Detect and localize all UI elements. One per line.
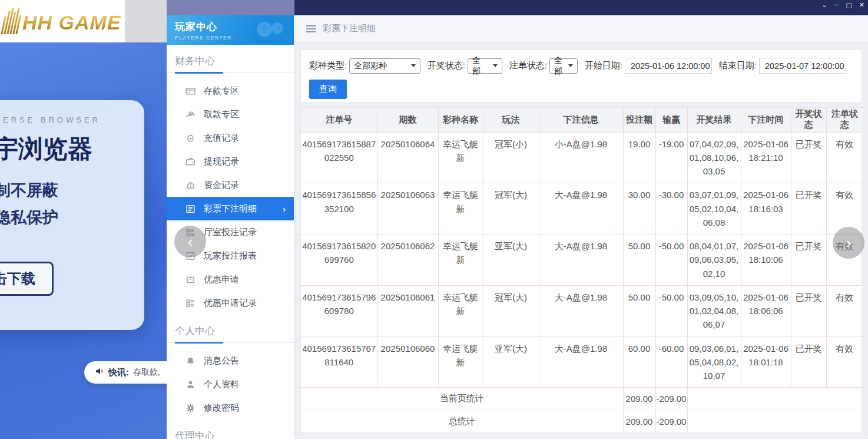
order-status-value: 全部 [554, 55, 564, 77]
cell-lottery-name: 幸运飞艇新 [438, 285, 483, 336]
cell-draw-status: 已开奖 [791, 235, 826, 286]
user-icon [185, 379, 196, 390]
summary-empty [687, 410, 863, 433]
breadcrumb: 彩票下注明细 [294, 15, 868, 42]
cell-order-status: 有效 [826, 132, 863, 183]
cell-bet-info: 大-A盘@1.98 [539, 336, 623, 388]
sidebar-item-message-announcements[interactable]: 消息公告 [167, 349, 294, 372]
promo-line-2: 隐私保护 [0, 207, 144, 228]
sidebar-item-withdraw-records[interactable]: 提现记录 [167, 150, 294, 173]
caret-down-icon [568, 64, 573, 67]
col-order-status: 注单状态 [826, 108, 863, 132]
news-ticker: 快讯: 存取款, [84, 361, 167, 384]
col-bet-info: 下注信息 [539, 108, 623, 132]
cell-order-status: 有效 [826, 285, 863, 336]
section-divider [167, 342, 294, 343]
bell-icon [185, 356, 196, 366]
coupon-icon [185, 275, 196, 285]
promo-card: ERSE BROWSER 宇浏览器 制不屏蔽 隐私保护 击下载 [0, 100, 144, 330]
cell-draw-result: 03,09,05,10,01,02,04,08,06,07 [687, 285, 741, 336]
summary-label: 总统计 [301, 410, 623, 433]
logo-bars-icon [1, 8, 22, 34]
cell-winloss: -19.00 [655, 132, 687, 183]
col-bet-amount: 投注额 [623, 108, 655, 132]
sidebar-item-deposit-zone[interactable]: 存款专区 [167, 79, 294, 103]
summary-empty [687, 388, 863, 410]
promo-title: 宇浏览器 [0, 133, 144, 166]
summary-bet-total: 209.00 [623, 410, 655, 433]
cell-period: 20250106063 [377, 183, 438, 235]
cell-draw-status: 已开奖 [791, 132, 826, 183]
cell-bet-info: 小-A盘@1.98 [539, 132, 623, 183]
bets-table-card: 注单号 期数 彩种名称 玩法 下注信息 投注额 输赢 开奖结果 下注时间 开奖状… [300, 107, 862, 433]
start-date-input[interactable]: 2025-01-06 12:00:00 [625, 58, 712, 74]
end-date-label: 结束日期: [719, 60, 757, 71]
order-status-select[interactable]: 全部 [549, 58, 578, 74]
col-lottery-name: 彩种名称 [438, 108, 483, 132]
menu-icon[interactable] [306, 25, 316, 32]
promo-banner: ERSE BROWSER 宇浏览器 制不屏蔽 隐私保护 击下载 快讯: 存取款, [0, 42, 167, 439]
cell-order-id: 401569173615856352100 [301, 183, 377, 235]
summary-label: 当前页统计 [301, 388, 623, 410]
cell-bet-amount: 50.00 [623, 235, 655, 286]
gear-icon [185, 403, 196, 413]
sidebar-item-label: 修改密码 [204, 402, 239, 414]
section-divider [167, 72, 294, 73]
cell-bet-amount: 60.00 [623, 336, 655, 388]
cell-order-status: 有效 [826, 336, 863, 388]
col-order-id: 注单号 [301, 108, 377, 132]
section-agent-center: 代理中心 [167, 420, 294, 439]
sidebar-item-promo-apply[interactable]: 优惠申请 [167, 268, 294, 291]
table-row: 401569173615820699760 20250106062 幸运飞艇新 … [301, 235, 863, 286]
col-play-type: 玩法 [483, 108, 539, 132]
cell-draw-status: 已开奖 [791, 183, 826, 235]
sidebar-item-label: 资金记录 [204, 180, 239, 191]
cell-draw-result: 09,03,06,01,05,04,08,02,10,07 [687, 336, 741, 388]
document-list-icon [185, 204, 196, 214]
cell-order-id: 401569173615767811640 [301, 336, 377, 388]
players-center-header: 玩家中心 PLAYERS CENTER [167, 15, 294, 45]
titlebar-left-segment [167, 0, 294, 15]
col-draw-status: 开奖状态 [791, 108, 826, 132]
maximize-icon[interactable]: ▢ [846, 1, 852, 9]
sidebar-item-lottery-bet-details[interactable]: 彩票下注明细 › [167, 197, 294, 220]
sidebar-item-promo-apply-records[interactable]: 优惠申请记录 [167, 291, 294, 315]
cell-bet-time: 2025-01-06 18:21:10 [741, 132, 791, 183]
sidebar-item-withdraw-zone[interactable]: 取款专区 [167, 103, 294, 126]
promo-line-1: 制不屏蔽 [0, 180, 144, 201]
sidebar-item-label: 取款专区 [204, 109, 239, 120]
panel-next-button[interactable]: › [833, 227, 864, 259]
sidebar-item-fund-records[interactable]: 资金记录 [167, 173, 294, 197]
table-row: 401569173615856352100 20250106063 幸运飞艇新 … [301, 183, 863, 235]
chevron-down-icon[interactable]: ⌄ [821, 1, 827, 9]
sidebar-item-recharge-records[interactable]: 充值记录 [167, 126, 294, 150]
query-button[interactable]: 查询 [309, 80, 347, 99]
bank-card-icon [185, 86, 196, 96]
panel-prev-button[interactable]: ‹ [174, 226, 206, 258]
draw-status-select[interactable]: 全部 [468, 58, 502, 74]
end-date-input[interactable]: 2025-01-07 12:00:00 [759, 58, 846, 74]
cell-bet-info: 大-A盘@1.98 [539, 235, 623, 286]
cell-order-id: 401569173615887022550 [301, 132, 377, 183]
close-icon[interactable]: ✕ [859, 1, 864, 9]
current-page-summary-row: 当前页统计 209.00 -209.00 [301, 388, 863, 410]
sidebar-item-profile[interactable]: 个人资料 [167, 372, 294, 396]
sidebar-item-change-password[interactable]: 修改密码 [167, 396, 294, 420]
download-button[interactable]: 击下载 [0, 262, 54, 296]
minimize-icon[interactable]: ─ [834, 1, 839, 9]
page-title: 彩票下注明细 [323, 23, 376, 34]
section-finance-center: 财务中心 [167, 45, 294, 72]
table-header-row: 注单号 期数 彩种名称 玩法 下注信息 投注额 输赢 开奖结果 下注时间 开奖状… [301, 108, 863, 132]
table-row: 401569173615887022550 20250106064 幸运飞艇新 … [301, 132, 863, 183]
sidebar-item-label: 消息公告 [204, 355, 239, 367]
cell-play-type: 冠军(大) [483, 285, 539, 336]
checklist-icon [185, 298, 196, 308]
cell-order-id: 401569173615796609780 [301, 285, 377, 336]
lottery-type-select[interactable]: 全部彩种 [349, 58, 420, 74]
speaker-icon [95, 367, 104, 378]
gamepad-icon [253, 19, 288, 44]
cell-bet-amount: 50.00 [623, 285, 655, 336]
sidebar-item-label: 厅室投注记录 [204, 227, 257, 238]
filter-panel: 彩种类型: 全部彩种 开奖状态: 全部 注单状态: 全部 开始日期: 2025-… [300, 49, 862, 103]
grand-total-summary-row: 总统计 209.00 -209.00 [301, 410, 863, 433]
